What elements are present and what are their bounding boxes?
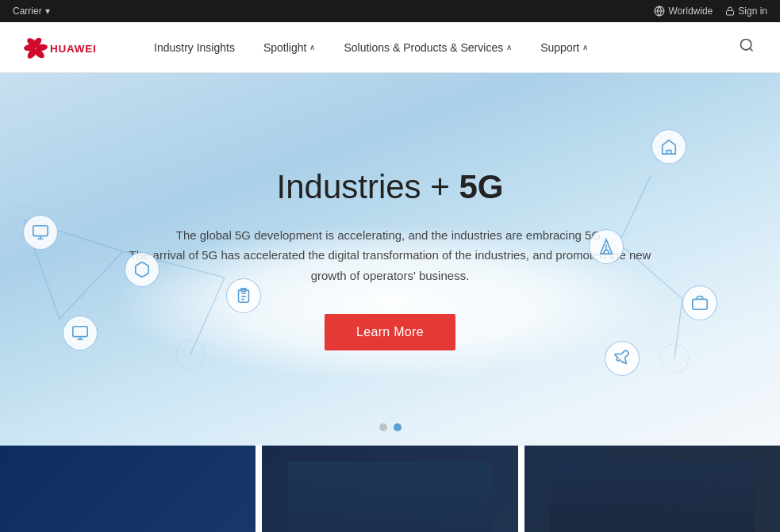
support-caret-icon: ∧ bbox=[582, 43, 588, 52]
hero-desc-line1: The global 5G development is acceleratin… bbox=[176, 228, 604, 242]
nav-item-solutions[interactable]: Solutions & Products & Services ∧ bbox=[329, 22, 526, 73]
signin-button[interactable]: Sign in bbox=[725, 6, 767, 17]
hero-title: Industries + 5G bbox=[129, 168, 651, 206]
bank-icon bbox=[660, 138, 678, 155]
card-separator-1 bbox=[256, 446, 262, 532]
float-icon-monitor bbox=[23, 215, 58, 250]
float-icon-bank bbox=[651, 129, 686, 164]
svg-rect-1 bbox=[727, 11, 734, 16]
worldwide-button[interactable]: Worldwide bbox=[654, 6, 713, 17]
hero-description: The global 5G development is acceleratin… bbox=[129, 225, 651, 286]
svg-text:HUAWEI: HUAWEI bbox=[50, 43, 97, 55]
plane-icon bbox=[613, 350, 631, 367]
carrier-area[interactable]: Carrier ▾ bbox=[13, 6, 50, 17]
spotlight-caret-icon: ∧ bbox=[309, 43, 315, 52]
huawei-logo: HUAWEI bbox=[19, 33, 114, 62]
logo-link[interactable]: HUAWEI bbox=[19, 33, 114, 62]
hero-desc-line2: The arrival of 5G has accelerated the di… bbox=[129, 248, 651, 262]
card-separator-2 bbox=[518, 446, 524, 532]
nav-label-spotlight: Spotlight bbox=[263, 41, 306, 54]
learn-more-button[interactable]: Learn More bbox=[325, 314, 455, 350]
nav-links: Industry Insights Spotlight ∧ Solutions … bbox=[140, 22, 732, 73]
worldwide-label: Worldwide bbox=[668, 6, 713, 17]
solutions-caret-icon: ∧ bbox=[506, 43, 512, 52]
monitor-icon bbox=[32, 224, 49, 241]
nav-label-support: Support bbox=[540, 41, 579, 54]
briefcase-icon bbox=[691, 294, 709, 312]
hero-title-plain: Industries + bbox=[277, 168, 459, 205]
search-button[interactable] bbox=[732, 31, 761, 63]
svg-rect-24 bbox=[693, 299, 707, 309]
nav-item-spotlight[interactable]: Spotlight ∧ bbox=[249, 22, 329, 73]
nav-label-solutions: Solutions & Products & Services bbox=[344, 41, 503, 54]
dot-1[interactable] bbox=[379, 423, 387, 431]
carrier-label: Carrier bbox=[13, 6, 42, 17]
card-dark-blue[interactable] bbox=[0, 446, 256, 532]
nav-item-industry-insights[interactable]: Industry Insights bbox=[140, 22, 249, 73]
globe-icon bbox=[654, 6, 665, 17]
navbar: HUAWEI Industry Insights Spotlight ∧ Sol… bbox=[0, 22, 780, 73]
svg-point-9 bbox=[741, 40, 751, 50]
svg-line-13 bbox=[60, 251, 123, 319]
hero-dots bbox=[379, 423, 402, 431]
search-icon bbox=[739, 37, 755, 53]
lock-icon bbox=[725, 6, 735, 16]
screen-icon bbox=[71, 324, 89, 342]
float-icon-plane bbox=[605, 341, 640, 376]
float-icon-briefcase bbox=[682, 285, 717, 320]
nav-label-industry-insights: Industry Insights bbox=[154, 41, 235, 54]
card-server[interactable] bbox=[262, 446, 517, 532]
tower-icon bbox=[597, 238, 615, 255]
dot-2[interactable] bbox=[394, 423, 402, 431]
svg-rect-23 bbox=[72, 326, 86, 336]
svg-rect-21 bbox=[33, 225, 48, 235]
hero-content: Industries + 5G The global 5G developmen… bbox=[129, 168, 651, 351]
nav-item-support[interactable]: Support ∧ bbox=[526, 22, 602, 73]
float-icon-box bbox=[125, 252, 159, 287]
hero-desc-line3: growth of operators' business. bbox=[311, 269, 470, 282]
top-bar: Carrier ▾ Worldwide Sign in bbox=[0, 0, 780, 22]
signin-label: Sign in bbox=[738, 6, 767, 17]
hero-section: Industries + 5G The global 5G developmen… bbox=[0, 73, 780, 446]
cards-section bbox=[0, 446, 780, 532]
hero-title-bold: 5G bbox=[459, 168, 503, 205]
float-icon-clipboard bbox=[226, 278, 261, 313]
top-bar-right: Worldwide Sign in bbox=[654, 6, 767, 17]
float-icon-screen bbox=[63, 316, 98, 350]
card-circuit[interactable] bbox=[524, 446, 780, 532]
clipboard-icon bbox=[235, 287, 252, 304]
svg-point-20 bbox=[660, 344, 689, 373]
box-icon bbox=[133, 261, 151, 278]
svg-line-16 bbox=[674, 299, 682, 358]
carrier-caret: ▾ bbox=[45, 6, 50, 17]
